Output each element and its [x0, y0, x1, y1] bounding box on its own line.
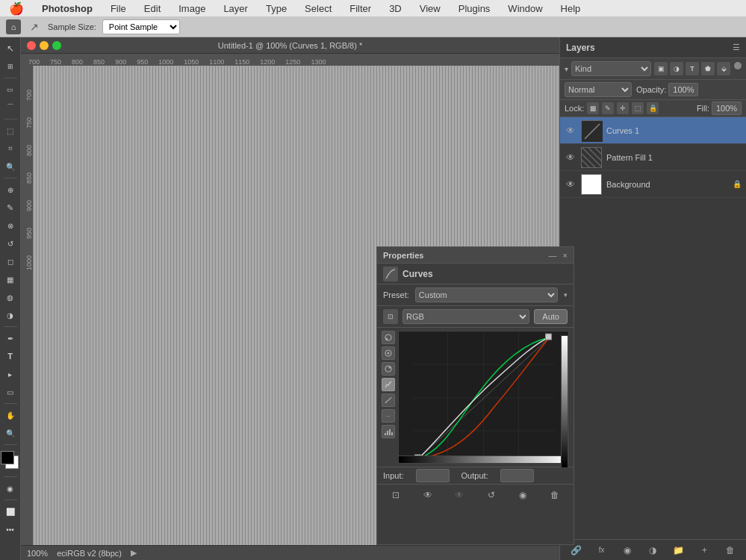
add-layer-icon[interactable]: +: [697, 543, 712, 558]
window-close-button[interactable]: [27, 41, 36, 50]
props-eye-off-icon[interactable]: 👁: [420, 487, 436, 503]
layer-visibility-pattern1[interactable]: 👁: [565, 152, 576, 164]
menu-edit[interactable]: Edit: [141, 3, 164, 14]
curve-histogram-icon[interactable]: [382, 425, 395, 438]
menu-layer[interactable]: Layer: [220, 3, 251, 14]
status-arrow[interactable]: ▶: [131, 548, 137, 558]
preset-select[interactable]: Custom Default Strong Contrast Linear Co…: [415, 287, 558, 302]
eraser-tool[interactable]: ◻: [2, 253, 19, 270]
layer-item-pattern1[interactable]: 👁 Pattern Fill 1: [560, 144, 746, 171]
rectangular-marquee-tool[interactable]: ▭: [2, 81, 19, 98]
props-delete-icon[interactable]: 🗑: [547, 487, 563, 503]
props-preview-icon[interactable]: ◉: [515, 487, 531, 503]
apple-menu[interactable]: 🍎: [6, 1, 27, 16]
color-swatch-area[interactable]: [1, 451, 20, 470]
window-maximize-button[interactable]: [52, 41, 61, 50]
auto-button[interactable]: Auto: [534, 309, 568, 324]
curve-sample-shadows[interactable]: [382, 331, 395, 344]
type-tool[interactable]: T: [2, 348, 19, 364]
filter-active-icon[interactable]: [734, 62, 742, 69]
menu-3d[interactable]: 3D: [386, 3, 405, 14]
curve-sample-highlights[interactable]: [382, 362, 395, 376]
eyedropper-tool[interactable]: 🔍: [2, 158, 19, 175]
blend-mode-select[interactable]: Normal Dissolve Multiply Screen Overlay: [565, 82, 632, 97]
spot-healing-tool[interactable]: ⊕: [2, 181, 19, 198]
object-selection-tool[interactable]: ⬚: [2, 122, 19, 139]
layers-panel-menu[interactable]: ☰: [733, 43, 740, 52]
props-eye-on-icon[interactable]: 👁: [451, 487, 467, 503]
filter-shape-icon[interactable]: ⬟: [701, 62, 715, 75]
properties-collapse-button[interactable]: —: [549, 251, 557, 260]
add-group-icon[interactable]: 📁: [671, 543, 686, 558]
brush-tool[interactable]: ✎: [2, 199, 19, 216]
menu-filter[interactable]: Filter: [346, 3, 374, 14]
props-reset-icon[interactable]: ↺: [483, 487, 500, 503]
menu-plugins[interactable]: Plugins: [456, 3, 494, 14]
extra-tools[interactable]: •••: [2, 521, 19, 538]
lock-artboard-icon[interactable]: ⬚: [632, 102, 644, 114]
dodge-tool[interactable]: ◑: [2, 307, 19, 323]
layers-blend-controls: Normal Dissolve Multiply Screen Overlay …: [560, 80, 746, 100]
layer-name-curves1: Curves 1: [606, 126, 742, 135]
input-value[interactable]: [416, 469, 450, 482]
add-adjustment-icon[interactable]: ◑: [645, 543, 660, 558]
menu-help[interactable]: Help: [558, 3, 584, 14]
curve-sample-midtones[interactable]: [382, 346, 395, 360]
add-fx-icon[interactable]: fx: [594, 543, 609, 558]
curve-pencil-tool[interactable]: [382, 378, 395, 391]
lock-position-icon[interactable]: ✛: [617, 102, 629, 114]
filter-pixel-icon[interactable]: ▣: [654, 62, 668, 75]
gradient-tool[interactable]: ▦: [2, 271, 19, 287]
move-tool[interactable]: ↖: [2, 40, 19, 57]
quick-mask-tool[interactable]: ◉: [2, 480, 19, 497]
hand-tool[interactable]: ✋: [2, 407, 19, 423]
add-mask-icon[interactable]: ◉: [620, 543, 635, 558]
delete-layer-icon[interactable]: 🗑: [723, 543, 738, 558]
sample-size-select[interactable]: Point Sample 3 by 3 Average 5 by 5 Avera…: [102, 19, 180, 34]
lasso-tool[interactable]: ⌒: [2, 99, 19, 116]
home-button[interactable]: ⌂: [6, 19, 21, 34]
layer-kind-select[interactable]: Kind: [571, 61, 651, 76]
fill-input[interactable]: [712, 102, 742, 115]
pen-tool[interactable]: ✒: [2, 330, 19, 346]
window-minimize-button[interactable]: [40, 41, 49, 50]
zoom-tool[interactable]: 🔍: [2, 425, 19, 441]
blur-tool[interactable]: ◍: [2, 289, 19, 305]
io-row: Input: Output:: [377, 467, 574, 484]
artboard-tool[interactable]: ⊞: [2, 58, 19, 75]
filter-adjustment-icon[interactable]: ◑: [670, 62, 683, 75]
menu-view[interactable]: View: [417, 3, 444, 14]
output-value[interactable]: [500, 469, 534, 482]
path-selection-tool[interactable]: ▸: [2, 366, 19, 382]
layer-visibility-background[interactable]: 👁: [565, 178, 576, 190]
lock-all-icon[interactable]: 🔒: [647, 102, 659, 114]
preset-label: Preset:: [383, 290, 409, 299]
curve-pen-tool[interactable]: [382, 393, 395, 407]
curve-graph[interactable]: [398, 331, 569, 464]
opacity-input[interactable]: [668, 83, 698, 96]
layer-item-background[interactable]: 👁 Background 🔒: [560, 171, 746, 198]
layer-visibility-curves1[interactable]: 👁: [565, 125, 576, 137]
props-clip-icon[interactable]: ⊡: [388, 487, 404, 503]
filter-type-text-icon[interactable]: T: [686, 62, 699, 75]
clone-stamp-tool[interactable]: ⊗: [2, 217, 19, 234]
layer-item-curves1[interactable]: 👁 Curves 1: [560, 117, 746, 144]
menu-select[interactable]: Select: [302, 3, 335, 14]
menu-file[interactable]: File: [108, 3, 129, 14]
curve-smooth-tool[interactable]: ~: [382, 409, 395, 423]
lock-transparent-icon[interactable]: ▩: [587, 102, 599, 114]
svg-rect-9: [387, 431, 388, 435]
menu-type[interactable]: Type: [263, 3, 290, 14]
crop-tool[interactable]: ⌗: [2, 140, 19, 157]
lock-image-icon[interactable]: ✎: [602, 102, 614, 114]
screen-mode-tool[interactable]: ⬜: [2, 503, 19, 520]
clip-to-layer-icon[interactable]: ⊡: [383, 309, 398, 324]
properties-close-button[interactable]: ×: [563, 251, 568, 260]
menu-window[interactable]: Window: [505, 3, 545, 14]
filter-smart-icon[interactable]: ⬙: [717, 62, 730, 75]
channel-select[interactable]: RGB Red Green Blue: [402, 309, 529, 324]
menu-photoshop[interactable]: Photoshop: [39, 3, 96, 14]
menu-image[interactable]: Image: [175, 3, 208, 14]
history-brush-tool[interactable]: ↺: [2, 235, 19, 252]
shape-tool[interactable]: ▭: [2, 384, 19, 400]
